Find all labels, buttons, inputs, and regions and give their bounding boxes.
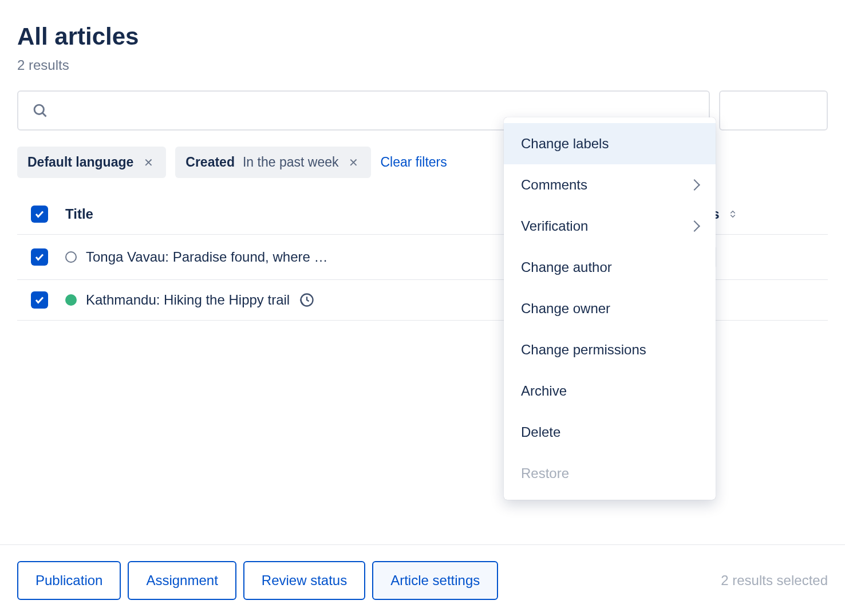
dropdown-item-label: Delete xyxy=(521,424,560,440)
row-checkbox[interactable] xyxy=(31,248,48,266)
row-checkbox[interactable] xyxy=(31,291,48,309)
status-dot-icon xyxy=(65,294,77,306)
filter-chip[interactable]: CreatedIn the past week✕ xyxy=(175,147,371,178)
filter-chip-label: Created xyxy=(185,155,235,170)
chevron-right-icon xyxy=(689,220,700,232)
article-title[interactable]: Kathmandu: Hiking the Hippy trail xyxy=(86,292,290,308)
dropdown-item-label: Change owner xyxy=(521,301,610,317)
chevron-right-icon xyxy=(689,179,700,191)
article-settings-button[interactable]: Article settings xyxy=(372,561,498,600)
close-icon[interactable]: ✕ xyxy=(141,156,156,169)
close-icon[interactable]: ✕ xyxy=(346,156,361,169)
dropdown-item-label: Restore xyxy=(521,465,569,481)
review-status-button[interactable]: Review status xyxy=(243,561,365,600)
selected-count: 2 results selected xyxy=(721,572,828,589)
status-dot-icon xyxy=(65,251,77,263)
search-input[interactable] xyxy=(57,103,695,118)
select-all-checkbox[interactable] xyxy=(31,206,48,223)
filter-chip-label: Default language xyxy=(27,155,133,170)
bottom-action-bar: PublicationAssignmentReview statusArticl… xyxy=(0,544,845,616)
column-header-title[interactable]: Title xyxy=(65,206,93,222)
check-icon xyxy=(34,295,45,305)
search-icon xyxy=(32,102,48,119)
refresh-icon xyxy=(299,292,315,308)
svg-line-1 xyxy=(42,113,46,116)
dropdown-item-verification[interactable]: Verification xyxy=(504,206,716,247)
dropdown-item-change-permissions[interactable]: Change permissions xyxy=(504,329,716,370)
dropdown-item-change-owner[interactable]: Change owner xyxy=(504,288,716,329)
check-icon xyxy=(34,209,45,219)
article-title[interactable]: Tonga Vavau: Paradise found, where … xyxy=(86,249,327,265)
filter-button[interactable] xyxy=(719,90,828,131)
dropdown-item-restore: Restore xyxy=(504,453,716,494)
dropdown-item-change-labels[interactable]: Change labels xyxy=(504,123,716,164)
dropdown-item-label: Change author xyxy=(521,259,612,275)
dropdown-item-label: Archive xyxy=(521,383,567,399)
filter-chip-value: In the past week xyxy=(243,155,339,170)
dropdown-item-label: Change permissions xyxy=(521,342,646,358)
results-count: 2 results xyxy=(17,57,828,73)
dropdown-item-change-author[interactable]: Change author xyxy=(504,247,716,288)
publication-button[interactable]: Publication xyxy=(17,561,121,600)
filter-chip[interactable]: Default language✕ xyxy=(17,147,166,178)
sort-outline-icon[interactable] xyxy=(728,209,738,219)
check-icon xyxy=(34,252,45,262)
dropdown-item-label: Change labels xyxy=(521,136,609,152)
dropdown-item-label: Verification xyxy=(521,218,588,234)
clear-filters-link[interactable]: Clear filters xyxy=(380,155,447,170)
dropdown-item-label: Comments xyxy=(521,177,587,193)
dropdown-item-comments[interactable]: Comments xyxy=(504,164,716,206)
dropdown-item-archive[interactable]: Archive xyxy=(504,370,716,412)
svg-point-0 xyxy=(34,105,44,114)
page-title: All articles xyxy=(17,23,828,50)
article-settings-dropdown: Change labelsCommentsVerificationChange … xyxy=(504,117,716,500)
assignment-button[interactable]: Assignment xyxy=(128,561,236,600)
dropdown-item-delete[interactable]: Delete xyxy=(504,412,716,453)
